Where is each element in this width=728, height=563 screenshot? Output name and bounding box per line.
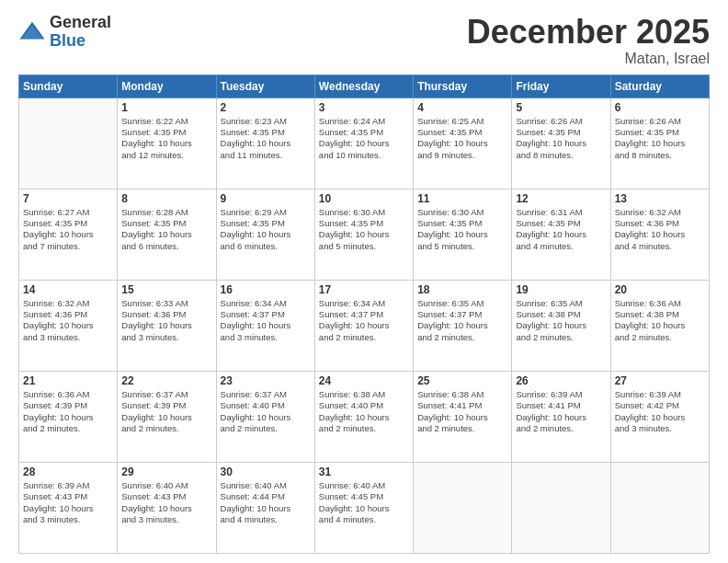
day-number: 23 bbox=[221, 374, 311, 387]
day-info: Sunrise: 6:37 AMSunset: 4:39 PMDaylight:… bbox=[121, 389, 211, 434]
day-info: Sunrise: 6:39 AMSunset: 4:41 PMDaylight:… bbox=[516, 389, 606, 434]
day-info: Sunrise: 6:27 AMSunset: 4:35 PMDaylight:… bbox=[23, 207, 113, 252]
day-number: 8 bbox=[121, 192, 211, 205]
day-number: 5 bbox=[516, 101, 606, 114]
day-info: Sunrise: 6:40 AMSunset: 4:44 PMDaylight:… bbox=[221, 480, 311, 525]
day-info: Sunrise: 6:34 AMSunset: 4:37 PMDaylight:… bbox=[221, 298, 311, 343]
day-number: 7 bbox=[23, 192, 113, 205]
day-number: 13 bbox=[615, 192, 705, 205]
day-of-week-sunday: Sunday bbox=[19, 75, 118, 98]
day-number: 2 bbox=[221, 101, 311, 114]
calendar-cell: 13Sunrise: 6:32 AMSunset: 4:36 PMDayligh… bbox=[610, 189, 709, 280]
month-title: December 2025 bbox=[467, 14, 710, 51]
day-info: Sunrise: 6:36 AMSunset: 4:38 PMDaylight:… bbox=[615, 298, 705, 343]
logo-icon bbox=[18, 18, 46, 46]
calendar-week-row: 7Sunrise: 6:27 AMSunset: 4:35 PMDaylight… bbox=[19, 189, 710, 280]
calendar-cell: 28Sunrise: 6:39 AMSunset: 4:43 PMDayligh… bbox=[19, 462, 118, 553]
day-number: 29 bbox=[121, 465, 211, 478]
calendar-cell: 12Sunrise: 6:31 AMSunset: 4:35 PMDayligh… bbox=[512, 189, 610, 280]
day-info: Sunrise: 6:40 AMSunset: 4:43 PMDaylight:… bbox=[121, 480, 211, 525]
calendar-cell bbox=[414, 462, 512, 553]
calendar-week-row: 28Sunrise: 6:39 AMSunset: 4:43 PMDayligh… bbox=[19, 462, 710, 553]
day-number: 10 bbox=[319, 192, 409, 205]
day-number: 18 bbox=[417, 283, 507, 296]
day-of-week-saturday: Saturday bbox=[610, 75, 709, 98]
header: General Blue December 2025 Matan, Israel bbox=[18, 14, 710, 67]
calendar-cell: 14Sunrise: 6:32 AMSunset: 4:36 PMDayligh… bbox=[19, 280, 118, 371]
day-number: 17 bbox=[319, 283, 409, 296]
day-number: 19 bbox=[516, 283, 606, 296]
calendar-cell: 1Sunrise: 6:22 AMSunset: 4:35 PMDaylight… bbox=[118, 98, 216, 189]
day-info: Sunrise: 6:28 AMSunset: 4:35 PMDaylight:… bbox=[121, 207, 211, 252]
day-info: Sunrise: 6:33 AMSunset: 4:36 PMDaylight:… bbox=[121, 298, 211, 343]
calendar-cell: 27Sunrise: 6:39 AMSunset: 4:42 PMDayligh… bbox=[610, 371, 709, 462]
day-of-week-monday: Monday bbox=[118, 75, 216, 98]
calendar-cell: 6Sunrise: 6:26 AMSunset: 4:35 PMDaylight… bbox=[610, 98, 709, 189]
location: Matan, Israel bbox=[467, 51, 710, 67]
day-info: Sunrise: 6:29 AMSunset: 4:35 PMDaylight:… bbox=[221, 207, 311, 252]
calendar-cell: 15Sunrise: 6:33 AMSunset: 4:36 PMDayligh… bbox=[118, 280, 216, 371]
calendar-cell: 11Sunrise: 6:30 AMSunset: 4:35 PMDayligh… bbox=[414, 189, 512, 280]
title-area: December 2025 Matan, Israel bbox=[467, 14, 710, 67]
day-number: 26 bbox=[516, 374, 606, 387]
day-number: 15 bbox=[121, 283, 211, 296]
day-info: Sunrise: 6:32 AMSunset: 4:36 PMDaylight:… bbox=[615, 207, 705, 252]
day-info: Sunrise: 6:39 AMSunset: 4:42 PMDaylight:… bbox=[615, 389, 705, 434]
day-info: Sunrise: 6:38 AMSunset: 4:40 PMDaylight:… bbox=[319, 389, 409, 434]
day-number: 12 bbox=[516, 192, 606, 205]
calendar-cell: 18Sunrise: 6:35 AMSunset: 4:37 PMDayligh… bbox=[414, 280, 512, 371]
calendar-cell: 3Sunrise: 6:24 AMSunset: 4:35 PMDaylight… bbox=[314, 98, 413, 189]
calendar-cell: 22Sunrise: 6:37 AMSunset: 4:39 PMDayligh… bbox=[118, 371, 216, 462]
day-info: Sunrise: 6:32 AMSunset: 4:36 PMDaylight:… bbox=[23, 298, 113, 343]
calendar-cell: 26Sunrise: 6:39 AMSunset: 4:41 PMDayligh… bbox=[512, 371, 610, 462]
day-number: 1 bbox=[121, 101, 211, 114]
day-info: Sunrise: 6:35 AMSunset: 4:37 PMDaylight:… bbox=[417, 298, 507, 343]
day-number: 11 bbox=[417, 192, 507, 205]
day-info: Sunrise: 6:26 AMSunset: 4:35 PMDaylight:… bbox=[615, 116, 705, 161]
day-of-week-thursday: Thursday bbox=[414, 75, 512, 98]
calendar-cell: 24Sunrise: 6:38 AMSunset: 4:40 PMDayligh… bbox=[314, 371, 413, 462]
day-info: Sunrise: 6:38 AMSunset: 4:41 PMDaylight:… bbox=[417, 389, 507, 434]
day-info: Sunrise: 6:30 AMSunset: 4:35 PMDaylight:… bbox=[417, 207, 507, 252]
calendar-header-row: SundayMondayTuesdayWednesdayThursdayFrid… bbox=[19, 75, 710, 98]
day-info: Sunrise: 6:23 AMSunset: 4:35 PMDaylight:… bbox=[221, 116, 311, 161]
calendar-cell bbox=[610, 462, 709, 553]
day-info: Sunrise: 6:31 AMSunset: 4:35 PMDaylight:… bbox=[516, 207, 606, 252]
day-number: 30 bbox=[221, 465, 311, 478]
page: General Blue December 2025 Matan, Israel… bbox=[0, 0, 728, 563]
day-number: 24 bbox=[319, 374, 409, 387]
calendar-cell: 7Sunrise: 6:27 AMSunset: 4:35 PMDaylight… bbox=[19, 189, 118, 280]
svg-marker-1 bbox=[21, 25, 43, 39]
calendar-cell: 25Sunrise: 6:38 AMSunset: 4:41 PMDayligh… bbox=[414, 371, 512, 462]
calendar-cell: 20Sunrise: 6:36 AMSunset: 4:38 PMDayligh… bbox=[610, 280, 709, 371]
calendar-cell: 5Sunrise: 6:26 AMSunset: 4:35 PMDaylight… bbox=[512, 98, 610, 189]
day-info: Sunrise: 6:26 AMSunset: 4:35 PMDaylight:… bbox=[516, 116, 606, 161]
calendar-cell bbox=[512, 462, 610, 553]
day-number: 9 bbox=[221, 192, 311, 205]
calendar-cell: 31Sunrise: 6:40 AMSunset: 4:45 PMDayligh… bbox=[314, 462, 413, 553]
calendar-cell: 2Sunrise: 6:23 AMSunset: 4:35 PMDaylight… bbox=[216, 98, 314, 189]
day-number: 14 bbox=[23, 283, 113, 296]
logo-blue-text: Blue bbox=[50, 32, 111, 51]
calendar-cell: 19Sunrise: 6:35 AMSunset: 4:38 PMDayligh… bbox=[512, 280, 610, 371]
day-of-week-tuesday: Tuesday bbox=[216, 75, 314, 98]
calendar-cell: 29Sunrise: 6:40 AMSunset: 4:43 PMDayligh… bbox=[118, 462, 216, 553]
day-number: 16 bbox=[221, 283, 311, 296]
day-info: Sunrise: 6:22 AMSunset: 4:35 PMDaylight:… bbox=[121, 116, 211, 161]
day-number: 28 bbox=[23, 465, 113, 478]
calendar-table: SundayMondayTuesdayWednesdayThursdayFrid… bbox=[18, 75, 710, 554]
calendar-week-row: 21Sunrise: 6:36 AMSunset: 4:39 PMDayligh… bbox=[19, 371, 710, 462]
day-info: Sunrise: 6:39 AMSunset: 4:43 PMDaylight:… bbox=[23, 480, 113, 525]
calendar-cell: 30Sunrise: 6:40 AMSunset: 4:44 PMDayligh… bbox=[216, 462, 314, 553]
day-info: Sunrise: 6:35 AMSunset: 4:38 PMDaylight:… bbox=[516, 298, 606, 343]
logo-text: General Blue bbox=[50, 14, 111, 51]
calendar-week-row: 14Sunrise: 6:32 AMSunset: 4:36 PMDayligh… bbox=[19, 280, 710, 371]
calendar-cell bbox=[19, 98, 118, 189]
day-info: Sunrise: 6:36 AMSunset: 4:39 PMDaylight:… bbox=[23, 389, 113, 434]
day-number: 4 bbox=[417, 101, 507, 114]
day-info: Sunrise: 6:25 AMSunset: 4:35 PMDaylight:… bbox=[417, 116, 507, 161]
logo-general-text: General bbox=[50, 14, 111, 32]
calendar-cell: 16Sunrise: 6:34 AMSunset: 4:37 PMDayligh… bbox=[216, 280, 314, 371]
day-of-week-wednesday: Wednesday bbox=[314, 75, 413, 98]
day-info: Sunrise: 6:34 AMSunset: 4:37 PMDaylight:… bbox=[319, 298, 409, 343]
